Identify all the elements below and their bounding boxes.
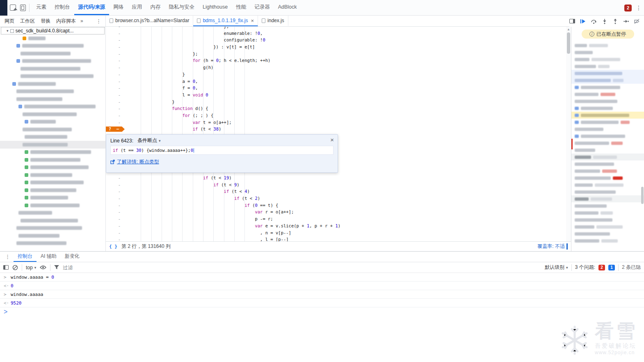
devtools-tab-3[interactable]: 网络	[109, 0, 128, 15]
code-text[interactable]: , l = [p--]	[130, 236, 289, 241]
line-gutter[interactable]: -	[106, 71, 130, 78]
tree-item[interactable]	[0, 57, 105, 65]
line-gutter[interactable]: -	[106, 85, 130, 92]
devtools-tab-8[interactable]: 性能	[232, 0, 250, 15]
debugger-item[interactable]	[571, 188, 644, 195]
sidebar-tab-0[interactable]: 网页	[2, 18, 17, 25]
devtools-tab-10[interactable]: AdBlock	[274, 0, 301, 15]
context-selector[interactable]: top	[26, 265, 36, 270]
debugger-item[interactable]	[571, 202, 644, 209]
clear-console-icon[interactable]	[12, 265, 18, 270]
debugger-item[interactable]	[571, 133, 644, 140]
device-toolbar-icon[interactable]	[20, 5, 26, 11]
sidebar-tab-2[interactable]: 替换	[38, 18, 53, 25]
debugger-item[interactable]	[571, 112, 644, 119]
code-text[interactable]: if (t < 4)	[130, 188, 250, 195]
devtools-tab-6[interactable]: 隐私与安全	[164, 0, 199, 15]
line-gutter[interactable]: -	[106, 202, 130, 209]
debugger-item[interactable]	[571, 77, 644, 84]
file-tab-0[interactable]: browser.cn.js?b...alName=Slardar	[106, 16, 193, 26]
debugger-item[interactable]	[571, 154, 644, 160]
tree-item[interactable]	[0, 171, 105, 179]
devtools-tab-2[interactable]: 源代码/来源	[74, 0, 110, 15]
console-tab-2[interactable]: 新变化	[61, 252, 84, 262]
debugger-item[interactable]	[571, 70, 644, 77]
issues-info-badge[interactable]: 1	[608, 265, 615, 270]
code-text[interactable]: function d() {	[130, 105, 208, 112]
tree-item[interactable]	[0, 126, 105, 133]
code-text[interactable]: enumerable: !0,	[130, 30, 263, 37]
tree-item[interactable]	[0, 232, 105, 240]
resume-script-icon[interactable]	[580, 18, 586, 24]
debugger-item[interactable]	[571, 84, 644, 91]
tree-item[interactable]	[0, 50, 105, 57]
code-text[interactable]: var r = o[a++];	[130, 208, 294, 215]
sidebar-more-icon[interactable]: ⋮	[94, 18, 104, 24]
tree-item[interactable]	[0, 202, 105, 209]
step-over-icon[interactable]	[591, 18, 597, 24]
line-gutter[interactable]: -	[106, 119, 130, 126]
debugger-item[interactable]	[571, 105, 644, 112]
debugger-item[interactable]	[571, 174, 644, 181]
debugger-item[interactable]	[571, 223, 644, 230]
debugger-item[interactable]	[571, 63, 644, 70]
code-text[interactable]: for (; ; ) {	[130, 112, 213, 119]
code-text[interactable]: };	[130, 50, 198, 57]
debugger-item[interactable]	[571, 91, 644, 98]
drawer-menu-icon[interactable]: ⋮	[2, 252, 14, 262]
tree-item[interactable]	[0, 118, 105, 126]
inspect-element-icon[interactable]	[10, 5, 16, 11]
panel-scrollbar-thumb[interactable]	[641, 187, 644, 204]
file-tab-1[interactable]: bdms_1.0.1.19_fix.js×	[193, 16, 258, 26]
code-text[interactable]: configurable: !0	[130, 37, 265, 44]
step-into-icon[interactable]	[602, 18, 607, 24]
tree-root-item[interactable]: ▾ sec_sdk_build/4.0.8/capt...	[1, 27, 105, 34]
tree-item[interactable]	[0, 141, 105, 149]
close-icon[interactable]: ×	[330, 136, 334, 143]
console-tab-1[interactable]: AI 辅助	[37, 252, 61, 262]
line-gutter[interactable]: -	[106, 44, 130, 50]
tree-item[interactable]	[0, 110, 105, 118]
line-gutter[interactable]: -	[106, 30, 130, 37]
line-gutter[interactable]: -	[106, 188, 130, 195]
editor-scrollbar[interactable]: ▲	[566, 27, 571, 241]
line-gutter[interactable]: -	[106, 37, 130, 44]
tree-item[interactable]	[0, 65, 105, 73]
devtools-tab-0[interactable]: 元素	[32, 0, 50, 15]
scrollbar-thumb[interactable]	[567, 32, 570, 54]
line-gutter[interactable]: -	[106, 50, 130, 57]
tree-item[interactable]	[0, 186, 105, 194]
toggle-debugger-sidebar-icon[interactable]	[569, 19, 575, 23]
console-filter-input[interactable]	[63, 265, 153, 270]
log-level-selector[interactable]: 默认级别	[545, 264, 568, 271]
breakpoint-learn-more-link[interactable]: 了解详情: 断点类型	[117, 158, 159, 165]
debugger-item[interactable]	[571, 140, 644, 147]
code-text[interactable]: var e = v.slice(p + 1, p + r + 1)	[130, 222, 340, 229]
conditional-breakpoint-marker[interactable]: ?	[106, 126, 125, 132]
tree-item[interactable]	[0, 103, 105, 111]
line-gutter[interactable]: -	[106, 78, 130, 85]
code-text[interactable]: , n = v[p--]	[130, 229, 291, 236]
line-gutter[interactable]: -?	[106, 126, 130, 133]
step-out-icon[interactable]	[612, 18, 618, 24]
debugger-item[interactable]	[571, 195, 644, 202]
console-tab-0[interactable]: 控制台	[14, 252, 37, 262]
sidebar-tab-1[interactable]: 工作区	[17, 18, 38, 25]
code-text[interactable]: if (t < 38)	[130, 126, 221, 133]
tree-item[interactable]	[0, 217, 105, 225]
line-gutter[interactable]: -	[106, 92, 130, 99]
breakpoint-type-dropdown[interactable]: 条件断点	[137, 137, 161, 144]
debugger-item[interactable]	[571, 216, 644, 223]
code-text[interactable]: if (0 == t) {	[130, 202, 278, 209]
line-gutter[interactable]: -	[106, 105, 130, 112]
tree-item[interactable]	[0, 95, 105, 103]
file-tab-2[interactable]: index.js	[258, 16, 288, 26]
devtools-tab-9[interactable]: 记录器	[250, 0, 274, 15]
eye-icon[interactable]	[40, 265, 46, 270]
line-gutter[interactable]: -	[106, 229, 130, 236]
code-text[interactable]: }	[130, 99, 174, 105]
tree-item[interactable]	[0, 156, 105, 164]
line-gutter[interactable]: -	[106, 222, 130, 229]
close-tab-icon[interactable]: ×	[251, 18, 254, 24]
code-text[interactable]: p -= r;	[130, 215, 273, 222]
